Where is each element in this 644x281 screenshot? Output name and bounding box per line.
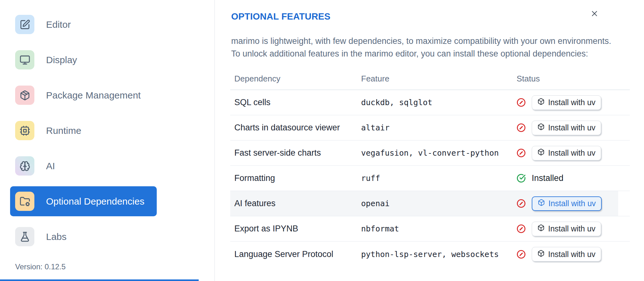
feature-cell: openai bbox=[361, 199, 517, 208]
circle-check-icon bbox=[517, 174, 526, 183]
box-icon bbox=[537, 224, 545, 233]
table-row: Export as IPYNB nbformat Install with uv bbox=[230, 216, 630, 242]
sidebar-item-label: Runtime bbox=[46, 125, 81, 136]
column-header-feature: Feature bbox=[361, 74, 517, 84]
circle-x-icon bbox=[517, 250, 526, 259]
column-header-dependency: Dependency bbox=[230, 74, 361, 84]
sidebar-item-label: Editor bbox=[46, 19, 71, 30]
feature-cell: vegafusion, vl-convert-python bbox=[361, 148, 517, 158]
install-with-uv-button[interactable]: Install with uv bbox=[532, 121, 601, 135]
table-row: Formatting ruff Installed bbox=[230, 166, 630, 191]
panel-title: OPTIONAL FEATURES bbox=[231, 11, 331, 22]
box-icon bbox=[537, 123, 545, 132]
table-row: Fast server-side charts vegafusion, vl-c… bbox=[230, 140, 630, 166]
install-with-uv-button[interactable]: Install with uv bbox=[532, 146, 601, 160]
sidebar-item-labs[interactable]: Labs bbox=[10, 222, 157, 252]
dependency-cell: Export as IPYNB bbox=[230, 224, 361, 234]
installed-label: Installed bbox=[532, 173, 564, 183]
sidebar-item-editor[interactable]: Editor bbox=[10, 9, 157, 39]
circle-x-icon bbox=[517, 199, 526, 208]
panel-description: marimo is lightweight, with few dependen… bbox=[231, 35, 611, 60]
square-pen-icon bbox=[15, 15, 34, 34]
circle-x-icon bbox=[517, 224, 526, 233]
status-cell: Install with uv bbox=[517, 196, 630, 211]
circle-x-icon bbox=[517, 123, 526, 132]
circle-x-icon bbox=[517, 98, 526, 107]
feature-cell: nbformat bbox=[361, 224, 517, 234]
sidebar-item-display[interactable]: Display bbox=[10, 45, 157, 75]
sidebar-item-label: Optional Dependencies bbox=[46, 196, 144, 207]
sidebar-item-ai[interactable]: AI bbox=[10, 151, 157, 181]
box-icon bbox=[538, 199, 545, 208]
close-icon bbox=[590, 14, 599, 19]
sidebar-item-optional-dependencies[interactable]: Optional Dependencies bbox=[10, 186, 157, 216]
settings-dialog: Editor Display Package Management Runtim… bbox=[0, 0, 644, 281]
install-with-uv-button[interactable]: Install with uv bbox=[532, 95, 601, 110]
clipped-selected-item-edge bbox=[0, 279, 199, 281]
dependency-cell: AI features bbox=[230, 199, 361, 208]
feature-cell: ruff bbox=[361, 173, 517, 183]
status-cell: Installed bbox=[517, 173, 630, 183]
table-row: Language Server Protocol python-lsp-serv… bbox=[230, 242, 630, 267]
flask-icon bbox=[15, 227, 34, 246]
box-icon bbox=[537, 250, 545, 259]
sidebar-item-label: AI bbox=[46, 161, 55, 171]
status-cell: Install with uv bbox=[517, 146, 630, 160]
cpu-icon bbox=[15, 121, 34, 140]
sidebar-item-package-management[interactable]: Package Management bbox=[10, 80, 157, 110]
box-icon bbox=[537, 98, 545, 107]
feature-cell: duckdb, sqlglot bbox=[361, 98, 517, 107]
brain-icon bbox=[15, 156, 34, 176]
column-header-status: Status bbox=[517, 74, 630, 84]
sidebar-item-label: Display bbox=[46, 55, 77, 65]
dependency-cell: Fast server-side charts bbox=[230, 148, 361, 158]
monitor-icon bbox=[15, 50, 34, 69]
sidebar-item-label: Labs bbox=[46, 231, 67, 242]
install-with-uv-button[interactable]: Install with uv bbox=[532, 222, 601, 236]
status-cell: Install with uv bbox=[517, 95, 630, 110]
dependencies-table: Dependency Feature Status SQL cells duck… bbox=[230, 68, 630, 267]
folder-cog-icon bbox=[15, 192, 34, 211]
package-icon bbox=[15, 86, 34, 105]
install-with-uv-button[interactable]: Install with uv bbox=[532, 196, 602, 211]
description-line-2: To unlock additional features in the mar… bbox=[231, 49, 588, 58]
sidebar-nav: Editor Display Package Management Runtim… bbox=[0, 0, 214, 252]
status-cell: Install with uv bbox=[517, 121, 630, 135]
table-row: SQL cells duckdb, sqlglot Install with u… bbox=[230, 90, 630, 115]
settings-sidebar: Editor Display Package Management Runtim… bbox=[0, 0, 215, 281]
close-button[interactable] bbox=[590, 9, 599, 18]
dependency-cell: SQL cells bbox=[230, 98, 361, 107]
description-line-1: marimo is lightweight, with few dependen… bbox=[231, 36, 611, 46]
sidebar-item-runtime[interactable]: Runtime bbox=[10, 116, 157, 146]
feature-cell: altair bbox=[361, 123, 517, 133]
status-cell: Install with uv bbox=[517, 222, 630, 236]
install-with-uv-button[interactable]: Install with uv bbox=[532, 247, 601, 261]
sidebar-item-label: Package Management bbox=[46, 90, 141, 101]
optional-features-panel: OPTIONAL FEATURES marimo is lightweight,… bbox=[215, 0, 644, 281]
circle-x-icon bbox=[517, 148, 526, 158]
dependency-cell: Charts in datasource viewer bbox=[230, 123, 361, 133]
dependency-cell: Formatting bbox=[230, 173, 361, 183]
table-row: AI features openai Install with uv bbox=[230, 191, 630, 216]
table-row: Charts in datasource viewer altair Insta… bbox=[230, 115, 630, 140]
table-header-row: Dependency Feature Status bbox=[230, 68, 630, 90]
feature-cell: python-lsp-server, websockets bbox=[361, 249, 517, 259]
version-label: Version: 0.12.5 bbox=[15, 262, 66, 271]
table-body: SQL cells duckdb, sqlglot Install with u… bbox=[230, 90, 630, 267]
dependency-cell: Language Server Protocol bbox=[230, 249, 361, 259]
box-icon bbox=[537, 148, 545, 158]
status-cell: Install with uv bbox=[517, 247, 630, 261]
